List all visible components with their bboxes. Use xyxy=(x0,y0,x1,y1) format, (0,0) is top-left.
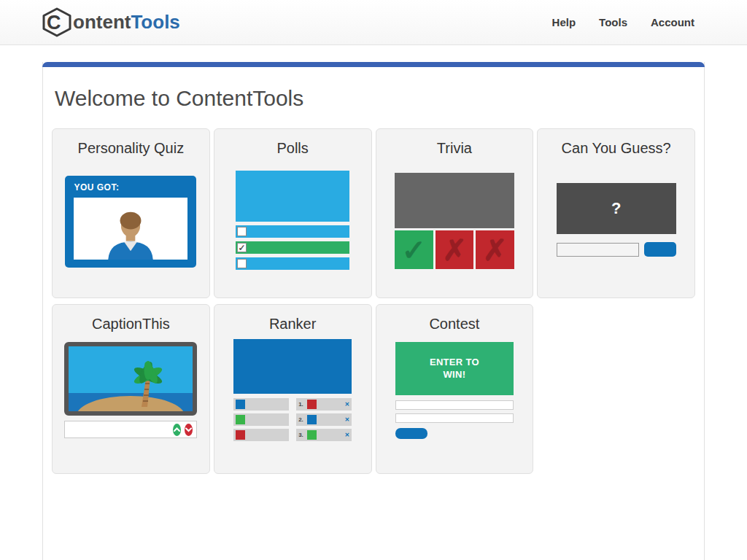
contest-graphic: ENTER TO WIN! xyxy=(395,342,514,439)
guess-input[interactable] xyxy=(557,243,639,257)
wrong-answer-tile[interactable]: ✗ xyxy=(436,230,474,269)
navbar: C ontentTools Help Tools Account xyxy=(0,0,747,45)
card-personality-quiz[interactable]: Personality Quiz YOU GOT: xyxy=(52,128,210,298)
choice-row[interactable] xyxy=(233,413,289,426)
question-mark-icon: ? xyxy=(611,199,621,218)
photo-frame xyxy=(64,342,197,416)
checkbox-checked-icon[interactable]: ✓ xyxy=(237,243,247,252)
rank-number: 3. xyxy=(298,432,303,438)
card-title: CaptionThis xyxy=(53,316,209,332)
island-palm-illustration xyxy=(69,346,193,411)
vote-down-button[interactable] xyxy=(185,424,193,436)
ranked-row[interactable]: 1. ✕ xyxy=(296,398,352,411)
person-avatar-icon xyxy=(94,204,167,260)
ranker-choices-column xyxy=(233,398,289,444)
card-title: Ranker xyxy=(214,316,371,332)
ranker-ranked-column: 1. ✕ 2. ✕ 3. ✕ xyxy=(296,398,352,444)
caption-input-bar xyxy=(64,421,197,438)
poll-option-row[interactable] xyxy=(236,225,349,238)
main-panel: Welcome to ContentTools Personality Quiz… xyxy=(42,62,705,560)
caption-graphic xyxy=(64,342,197,438)
choice-row[interactable] xyxy=(233,429,289,441)
ranked-row[interactable]: 3. ✕ xyxy=(296,429,352,441)
nav-link-account[interactable]: Account xyxy=(639,16,706,28)
chevron-down-icon xyxy=(185,427,193,432)
caption-input[interactable] xyxy=(52,423,169,436)
blue-swatch-icon xyxy=(236,400,245,409)
card-ranker[interactable]: Ranker 1. xyxy=(214,304,372,474)
card-can-you-guess[interactable]: Can You Guess? ? xyxy=(537,128,695,298)
quiz-result-graphic: YOU GOT: xyxy=(65,176,196,268)
remove-icon[interactable]: ✕ xyxy=(344,432,349,438)
card-contest[interactable]: Contest ENTER TO WIN! xyxy=(376,304,534,474)
rank-number: 2. xyxy=(298,416,303,423)
cross-icon: ✗ xyxy=(483,236,508,265)
trivia-answers-row: ✓ ✗ ✗ xyxy=(395,230,514,269)
card-polls[interactable]: Polls ✓ xyxy=(214,128,372,298)
remove-icon[interactable]: ✕ xyxy=(344,417,349,423)
nav-links: Help Tools Account xyxy=(541,16,706,28)
check-icon: ✓ xyxy=(401,236,426,265)
card-title: Contest xyxy=(376,316,533,332)
brand-logo[interactable]: C ontentTools xyxy=(42,7,180,37)
ranker-question-box xyxy=(233,339,352,394)
hexagon-logo-icon: C xyxy=(42,7,72,37)
trivia-graphic: ✓ ✗ ✗ xyxy=(395,173,514,269)
ranked-row[interactable]: 2. ✕ xyxy=(296,413,352,426)
red-swatch-icon xyxy=(307,400,317,409)
checkbox-unchecked-icon[interactable] xyxy=(237,259,247,268)
card-title: Polls xyxy=(214,140,371,157)
page-title: Welcome to ContentTools xyxy=(55,86,692,111)
mystery-image-box: ? xyxy=(557,183,676,234)
brand-initial: C xyxy=(47,12,61,34)
ranker-columns: 1. ✕ 2. ✕ 3. ✕ xyxy=(233,398,352,444)
red-swatch-icon xyxy=(236,430,245,440)
contest-banner: ENTER TO WIN! xyxy=(395,342,514,395)
guess-submit-button[interactable] xyxy=(644,242,676,257)
trivia-question-box xyxy=(395,173,514,228)
card-caption-this[interactable]: CaptionThis xyxy=(52,304,210,474)
remove-icon[interactable]: ✕ xyxy=(344,402,349,408)
cross-icon: ✗ xyxy=(442,236,467,265)
rank-number: 1. xyxy=(298,401,303,408)
guess-graphic: ? xyxy=(557,183,676,257)
correct-answer-tile[interactable]: ✓ xyxy=(395,230,433,269)
contest-name-input[interactable] xyxy=(395,400,514,410)
tool-cards-grid: Personality Quiz YOU GOT: Polls xyxy=(43,128,704,474)
blue-swatch-icon xyxy=(307,415,317,424)
chevron-up-icon xyxy=(173,427,181,432)
checkbox-unchecked-icon[interactable] xyxy=(237,227,247,236)
poll-option-row[interactable] xyxy=(236,257,349,270)
result-photo-box xyxy=(74,198,187,260)
card-title: Can You Guess? xyxy=(538,140,694,157)
poll-question-box xyxy=(236,171,349,222)
nav-link-help[interactable]: Help xyxy=(541,16,588,28)
card-title: Trivia xyxy=(376,140,533,157)
card-trivia[interactable]: Trivia ✓ ✗ ✗ xyxy=(376,128,534,298)
contest-banner-text: ENTER TO WIN! xyxy=(423,357,486,381)
poll-graphic: ✓ xyxy=(236,171,349,270)
choice-row[interactable] xyxy=(233,398,289,411)
green-swatch-icon xyxy=(236,415,245,424)
wrong-answer-tile[interactable]: ✗ xyxy=(476,230,514,269)
poll-option-row-selected[interactable]: ✓ xyxy=(236,241,349,254)
brand-text-suffix: Tools xyxy=(131,11,179,34)
nav-link-tools[interactable]: Tools xyxy=(587,16,639,28)
brand-text: ontent xyxy=(73,11,131,34)
contest-submit-button[interactable] xyxy=(395,428,427,439)
guess-controls-row xyxy=(557,242,676,257)
panel-accent-bar xyxy=(42,62,705,67)
contest-email-input[interactable] xyxy=(395,413,514,423)
vote-up-button[interactable] xyxy=(173,424,181,436)
green-swatch-icon xyxy=(307,430,317,440)
card-title: Personality Quiz xyxy=(53,140,209,157)
you-got-banner: YOU GOT: xyxy=(65,176,196,198)
ranker-graphic: 1. ✕ 2. ✕ 3. ✕ xyxy=(233,339,352,444)
